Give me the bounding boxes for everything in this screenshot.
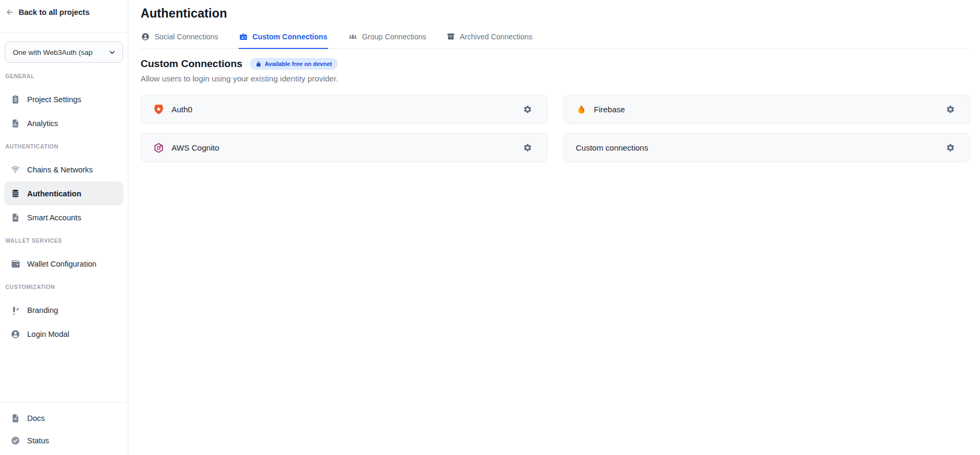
custom-connections-settings-button[interactable] — [945, 142, 956, 153]
users-group-icon — [348, 32, 357, 41]
sidebar-item-project-settings[interactable]: Project Settings — [4, 87, 124, 111]
gear-icon — [523, 143, 532, 152]
sidebar-item-docs[interactable]: Docs — [4, 407, 124, 429]
check-circle-icon — [11, 436, 20, 445]
firebase-logo — [576, 104, 587, 115]
tab-custom-connections[interactable]: Custom Connections — [239, 31, 328, 49]
project-selector-value: One with Web3Auth (sap — [13, 48, 105, 56]
devnet-badge-label: Available free on devnet — [265, 61, 332, 67]
clipboard-icon — [11, 95, 20, 104]
section-title: Custom Connections — [141, 58, 242, 70]
file-icon — [11, 213, 20, 222]
section-header-general: GENERAL — [4, 72, 124, 80]
devnet-badge: Available free on devnet — [250, 58, 338, 70]
app-root: Back to all projects One with Web3Auth (… — [0, 0, 980, 455]
aws-cognito-settings-button[interactable] — [522, 142, 533, 153]
wallet-icon — [11, 259, 20, 269]
sidebar-item-status[interactable]: Status — [4, 429, 124, 452]
auth0-logo — [153, 104, 165, 115]
user-circle-icon — [11, 329, 20, 339]
lock-icon — [256, 61, 262, 67]
sidebar-item-authentication[interactable]: Authentication — [4, 181, 124, 205]
main-content: Authentication Social Connections Custom… — [128, 0, 980, 455]
section-head: Custom Connections Available free on dev… — [141, 58, 970, 70]
gear-icon — [946, 143, 955, 152]
project-selector[interactable]: One with Web3Auth (sap — [5, 42, 123, 63]
sidebar-item-wallet-configuration[interactable]: Wallet Configuration — [4, 252, 124, 276]
sidebar: Back to all projects One with Web3Auth (… — [0, 0, 128, 455]
sidebar-item-branding[interactable]: Branding — [4, 298, 124, 322]
database-icon — [11, 189, 20, 198]
brush-icon — [11, 305, 20, 315]
section-header-wallet-services: WALLET SERVICES — [4, 237, 124, 244]
wifi-icon — [11, 165, 20, 175]
tab-group-connections[interactable]: Group Connections — [348, 31, 427, 49]
sidebar-footer: Docs Status — [0, 402, 128, 455]
analytics-doc-icon — [11, 119, 20, 128]
tab-social-connections[interactable]: Social Connections — [141, 31, 219, 49]
back-to-projects-label: Back to all projects — [19, 7, 89, 17]
sidebar-item-chains-networks[interactable]: Chains & Networks — [4, 158, 124, 181]
section-header-customization: CUSTOMIZATION — [4, 283, 124, 291]
firebase-settings-button[interactable] — [945, 104, 956, 115]
aws-cognito-logo — [153, 142, 165, 154]
chevron-down-icon — [108, 48, 116, 56]
tab-archived-connections[interactable]: Archived Connections — [446, 31, 533, 49]
user-circle-icon — [141, 32, 150, 41]
gear-icon — [946, 105, 955, 114]
id-badge-icon — [239, 32, 248, 41]
arrow-left-icon — [5, 8, 14, 16]
file-icon — [11, 413, 20, 423]
archive-icon — [447, 32, 455, 40]
connection-cards: Auth0 Firebase AWS Cognito — [141, 95, 970, 162]
sidebar-item-login-modal[interactable]: Login Modal — [4, 322, 124, 346]
card-custom-connections[interactable]: Custom connections — [564, 133, 970, 162]
card-aws-cognito[interactable]: AWS Cognito — [141, 133, 548, 162]
gear-icon — [523, 105, 532, 114]
card-auth0[interactable]: Auth0 — [141, 95, 548, 124]
auth0-settings-button[interactable] — [522, 104, 533, 115]
card-firebase[interactable]: Firebase — [564, 95, 970, 124]
section-header-authentication: AUTHENTICATION — [4, 143, 124, 150]
section-description: Allow users to login using your existing… — [141, 74, 970, 83]
page-title: Authentication — [141, 6, 970, 21]
back-to-projects-link[interactable]: Back to all projects — [0, 0, 128, 33]
sidebar-nav: GENERAL Project Settings Analytics AUTHE… — [0, 63, 128, 402]
tab-bar: Social Connections Custom Connections Gr… — [141, 31, 970, 49]
sidebar-item-analytics[interactable]: Analytics — [4, 111, 124, 135]
sidebar-item-smart-accounts[interactable]: Smart Accounts — [4, 205, 124, 229]
